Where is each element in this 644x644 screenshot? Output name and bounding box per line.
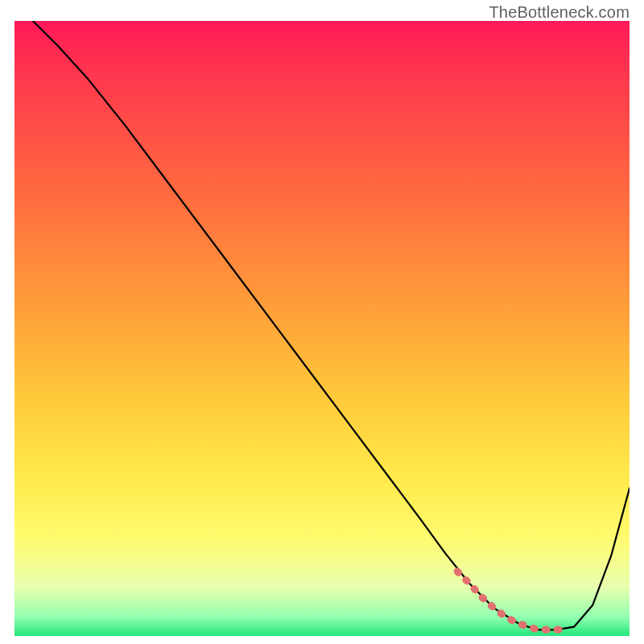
bottleneck-curve bbox=[33, 21, 630, 630]
optimal-range-highlight bbox=[457, 572, 568, 630]
chart-container: TheBottleneck.com bbox=[0, 0, 644, 644]
curve-layer bbox=[14, 21, 630, 636]
plot-area bbox=[14, 21, 630, 636]
attribution-label: TheBottleneck.com bbox=[489, 3, 630, 22]
